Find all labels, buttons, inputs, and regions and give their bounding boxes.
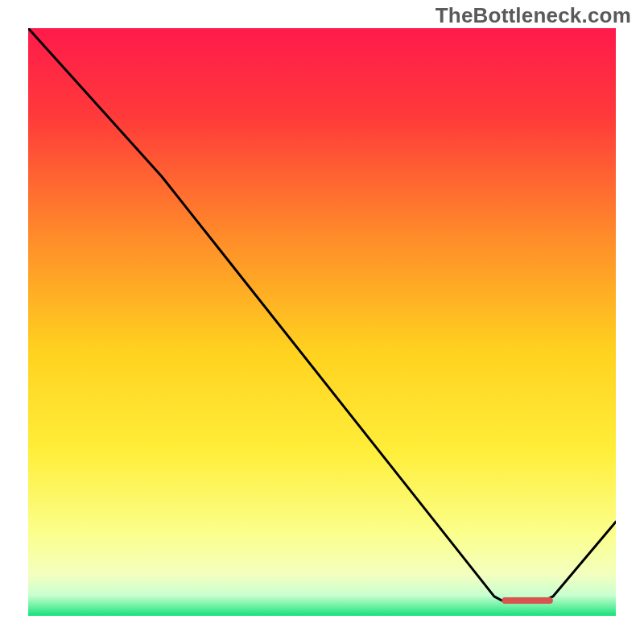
chart-svg [28,28,616,616]
plot-area [28,28,616,616]
optimal-range-marker [502,597,553,604]
gradient-background [28,28,616,616]
chart-frame: TheBottleneck.com [0,0,644,644]
watermark-text: TheBottleneck.com [436,3,631,28]
